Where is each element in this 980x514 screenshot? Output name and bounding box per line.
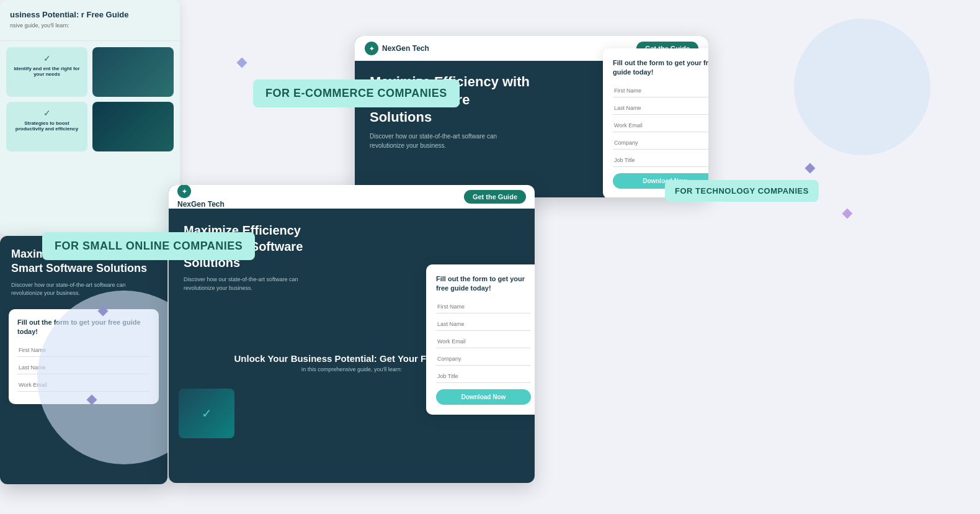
small-online-form-heading: Fill out the form to get your free guide…	[436, 274, 531, 294]
ecommerce-logo-area: ✦ NexGen Tech	[365, 42, 429, 55]
panel-heading: usiness Potential: r Free Guide	[10, 10, 170, 19]
panel-tile-3: ✓ Strategies to boost productivity and e…	[6, 102, 87, 151]
small-online-form-card: Fill out the form to get your free guide…	[426, 264, 535, 415]
panel-sub: nsive guide, you'll learn:	[10, 22, 170, 30]
small-company-input[interactable]	[436, 353, 531, 366]
small-online-nav: ✦ NexGen Tech Get the Guide	[169, 185, 535, 209]
badge-technology: FOR TECHNOLOGY COMPANIES	[665, 180, 819, 202]
small-online-description: Discover how our state-of-the-art softwa…	[184, 276, 320, 292]
ecommerce-form-card: Fill out the form to get your free guide…	[603, 48, 708, 197]
ecommerce-work-email-input[interactable]	[613, 119, 708, 132]
small-online-get-guide-button[interactable]: Get the Guide	[464, 190, 526, 204]
ecommerce-form-heading: Fill out the form to get your free guide…	[613, 58, 708, 78]
small-online-nav-title: NexGen Tech	[177, 200, 225, 209]
panel-tile-2	[92, 47, 174, 97]
ecommerce-logo-icon: ✦	[365, 42, 378, 55]
diamond-1	[237, 58, 247, 68]
small-online-card: ✦ NexGen Tech Get the Guide Maximize Eff…	[169, 185, 535, 483]
tile-1-text: Identify and ent the right for your need…	[12, 66, 81, 77]
small-first-name-input[interactable]	[436, 300, 531, 313]
ecommerce-first-name-input[interactable]	[613, 84, 708, 97]
small-download-button[interactable]: Download Now	[436, 389, 531, 405]
panel-upper-section: usiness Potential: r Free Guide nsive gu…	[0, 0, 180, 41]
badge-small-online: FOR SMALL ONLINE COMPANIES	[42, 232, 255, 260]
panel-tile-1: ✓ Identify and ent the right for your ne…	[6, 47, 87, 97]
right-panel-card: usiness Potential: r Free Guide nsive gu…	[0, 0, 180, 236]
small-online-logo-icon: ✦	[177, 185, 191, 198]
ecommerce-card: ✦ NexGen Tech Get the Guide Maximize Eff…	[355, 36, 708, 197]
small-online-logo-area: ✦ NexGen Tech	[177, 185, 225, 209]
panel-grid: ✓ Identify and ent the right for your ne…	[0, 41, 180, 158]
small-last-name-input[interactable]	[436, 318, 531, 331]
check-icon-2: ✓	[43, 108, 51, 118]
ecommerce-last-name-input[interactable]	[613, 102, 708, 115]
panel-tile-4	[92, 102, 174, 151]
small-job-title-input[interactable]	[436, 370, 531, 383]
ecommerce-nav-title: NexGen Tech	[382, 44, 429, 53]
diamond-3	[805, 163, 816, 174]
bg-blob-right	[794, 19, 930, 155]
small-thumb-1: ✓	[179, 389, 234, 438]
small-work-email-input[interactable]	[436, 335, 531, 348]
ecommerce-job-title-input[interactable]	[613, 154, 708, 167]
tile-3-text: Strategies to boost productivity and eff…	[12, 120, 81, 132]
ecommerce-company-input[interactable]	[613, 137, 708, 150]
diamond-4	[842, 209, 853, 219]
check-icon-1: ✓	[43, 53, 51, 63]
ecommerce-description: Discover how our state-of-the-art softwa…	[370, 132, 519, 150]
badge-ecommerce: FOR E-COMMERCE COMPANIES	[253, 79, 460, 107]
